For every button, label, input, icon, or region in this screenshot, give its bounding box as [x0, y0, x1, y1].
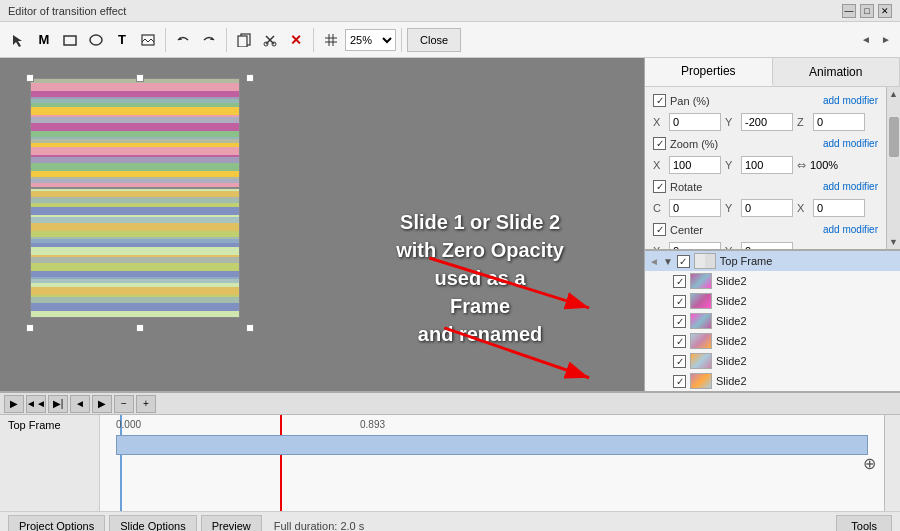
cut-button[interactable]	[258, 26, 282, 54]
layer-slide-3[interactable]: Slide2	[645, 311, 900, 331]
tool-ellipse[interactable]	[84, 26, 108, 54]
timeline-move-icon[interactable]: ⊕	[863, 454, 876, 473]
tl-prev-button[interactable]: ◄◄	[26, 395, 46, 413]
layer-slide-4[interactable]: Slide2	[645, 331, 900, 351]
timeline-track-area[interactable]: 0.000 0.893 ⊕	[100, 415, 884, 511]
close-editor-button[interactable]: Close	[407, 28, 461, 52]
right-panel-container: Properties Animation Pan (%) add modifie…	[645, 58, 900, 391]
layer-slide-6[interactable]: Slide2	[645, 371, 900, 391]
redo-button[interactable]	[197, 26, 221, 54]
zoom-select[interactable]: 10% 25% 50% 100%	[345, 29, 396, 51]
zoom-percent-label: 100%	[810, 159, 838, 171]
pan-add-modifier[interactable]: add modifier	[823, 95, 878, 106]
layer-slide-1[interactable]: Slide2	[645, 271, 900, 291]
timeline-scrollbar	[884, 415, 900, 511]
zoom-checkbox[interactable]	[653, 137, 666, 150]
pan-z-input[interactable]	[813, 113, 865, 131]
slide-options-button[interactable]: Slide Options	[109, 515, 196, 532]
slide6-label: Slide2	[716, 375, 747, 387]
slide6-checkbox[interactable]	[673, 375, 686, 388]
zoom-x-input[interactable]	[669, 156, 721, 174]
tl-back-button[interactable]: ◄	[70, 395, 90, 413]
pan-checkbox[interactable]	[653, 94, 666, 107]
zoom-add-modifier[interactable]: add modifier	[823, 138, 878, 149]
handle-br[interactable]	[246, 324, 254, 332]
scroll-thumb[interactable]	[889, 117, 899, 157]
grid-button[interactable]	[319, 26, 343, 54]
tool-select[interactable]	[6, 26, 30, 54]
center-checkbox[interactable]	[653, 223, 666, 236]
rotate-y-input[interactable]	[741, 199, 793, 217]
minimize-button[interactable]: —	[842, 4, 856, 18]
center-values-row: X Y	[645, 239, 886, 249]
slide1-checkbox[interactable]	[673, 275, 686, 288]
zoom-control[interactable]: 10% 25% 50% 100%	[345, 29, 396, 51]
center-label: Center	[670, 224, 725, 236]
scroll-left-arrow: ◄	[649, 256, 659, 267]
timeline-block[interactable]	[116, 435, 868, 455]
zoom-y-input[interactable]	[741, 156, 793, 174]
layer-top-frame[interactable]: ◄ ▼ Top Frame	[645, 251, 900, 271]
delete-button[interactable]: ✕	[284, 26, 308, 54]
tab-animation[interactable]: Animation	[773, 58, 901, 86]
rotate-values-row: C Y X	[645, 196, 886, 220]
pan-x-input[interactable]	[669, 113, 721, 131]
nav-left-button[interactable]: ◄	[858, 26, 874, 54]
handle-tr[interactable]	[246, 74, 254, 82]
zoom-values-row: X Y ⇔ 100%	[645, 153, 886, 177]
scroll-down-arrow[interactable]: ▼	[887, 235, 900, 249]
rotate-add-modifier[interactable]: add modifier	[823, 181, 878, 192]
slide2-checkbox[interactable]	[673, 295, 686, 308]
handle-bm[interactable]	[136, 324, 144, 332]
canvas-area[interactable]: Slide 1 or Slide 2 with Zero Opacity use…	[0, 58, 645, 391]
timeline-area: ▶ ◄◄ ▶| ◄ ▶ − + Top Frame 0.000 0.893 ⊕	[0, 391, 900, 511]
tools-button[interactable]: Tools	[836, 515, 892, 532]
svg-line-14	[444, 328, 589, 378]
tl-next-button[interactable]: ▶|	[48, 395, 68, 413]
main-content: Slide 1 or Slide 2 with Zero Opacity use…	[0, 58, 900, 391]
svg-point-2	[90, 35, 102, 45]
nav-controls: ◄ ►	[858, 26, 894, 54]
tool-text[interactable]: T	[110, 26, 134, 54]
timeline-red-marker[interactable]	[280, 415, 282, 511]
tool-m[interactable]: M	[32, 26, 56, 54]
center-x-input[interactable]	[669, 242, 721, 249]
slide1-label: Slide2	[716, 275, 747, 287]
slide5-thumb	[690, 353, 712, 369]
pan-y-input[interactable]	[741, 113, 793, 131]
tab-properties[interactable]: Properties	[645, 58, 773, 86]
slide4-checkbox[interactable]	[673, 335, 686, 348]
project-options-button[interactable]: Project Options	[8, 515, 105, 532]
close-button[interactable]: ✕	[878, 4, 892, 18]
handle-tm[interactable]	[136, 74, 144, 82]
handle-bl[interactable]	[26, 324, 34, 332]
properties-scrollbar[interactable]: ▲ ▼	[886, 87, 900, 249]
separator-3	[313, 28, 314, 52]
tl-play-button[interactable]: ▶	[4, 395, 24, 413]
slide3-checkbox[interactable]	[673, 315, 686, 328]
copy-button[interactable]	[232, 26, 256, 54]
undo-button[interactable]	[171, 26, 195, 54]
svg-rect-5	[238, 36, 247, 47]
center-add-modifier[interactable]: add modifier	[823, 224, 878, 235]
scroll-up-arrow[interactable]: ▲	[887, 87, 900, 101]
tl-plus-button[interactable]: +	[136, 395, 156, 413]
tool-rect[interactable]	[58, 26, 82, 54]
handle-tl[interactable]	[26, 74, 34, 82]
layer-slide-2[interactable]: Slide2	[645, 291, 900, 311]
preview-button[interactable]: Preview	[201, 515, 262, 532]
top-frame-checkbox[interactable]	[677, 255, 690, 268]
nav-right-button[interactable]: ►	[878, 26, 894, 54]
maximize-button[interactable]: □	[860, 4, 874, 18]
layer-slide-5[interactable]: Slide2	[645, 351, 900, 371]
slide5-checkbox[interactable]	[673, 355, 686, 368]
tool-image[interactable]	[136, 26, 160, 54]
center-y-input[interactable]	[741, 242, 793, 249]
rotate-c-input[interactable]	[669, 199, 721, 217]
tl-minus-button[interactable]: −	[114, 395, 134, 413]
rotate-checkbox[interactable]	[653, 180, 666, 193]
slide2-label: Slide2	[716, 295, 747, 307]
rotate-label: Rotate	[670, 181, 725, 193]
rotate-x-input[interactable]	[813, 199, 865, 217]
tl-fwd-button[interactable]: ▶	[92, 395, 112, 413]
